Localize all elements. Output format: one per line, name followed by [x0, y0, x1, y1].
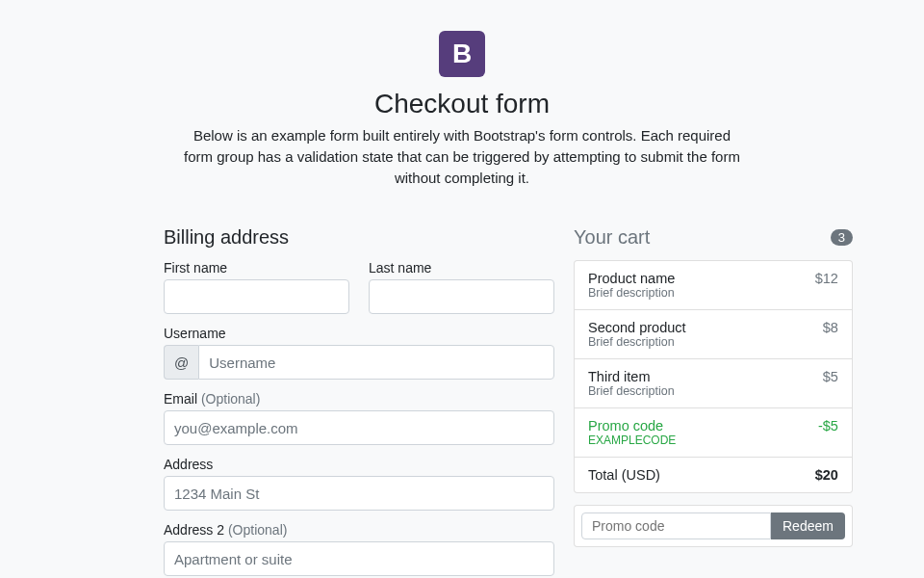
cart-item: Second product Brief description $8: [575, 310, 852, 359]
promo-form: Redeem: [574, 505, 853, 547]
cart-count-badge: 3: [831, 229, 853, 246]
promo-code-input[interactable]: [581, 512, 771, 539]
last-name-label: Last name: [369, 260, 554, 276]
bootstrap-logo: B: [439, 31, 485, 77]
page-title: Checkout form: [154, 89, 770, 119]
cart-total-label: Total (USD): [588, 467, 660, 483]
cart-item-name: Third item: [588, 369, 675, 384]
first-name-input[interactable]: [164, 279, 349, 314]
billing-section-title: Billing address: [164, 226, 554, 249]
cart-item: Product name Brief description $12: [575, 261, 852, 310]
last-name-input[interactable]: [369, 279, 554, 314]
cart-total-amount: $20: [815, 467, 838, 483]
cart-item-desc: Brief description: [588, 335, 686, 349]
cart-promo-amount: -$5: [818, 418, 838, 434]
cart-item-price: $5: [823, 369, 838, 384]
cart-promo: Promo code EXAMPLECODE -$5: [575, 408, 852, 458]
cart-item-desc: Brief description: [588, 384, 675, 398]
cart-item-desc: Brief description: [588, 286, 675, 300]
email-input[interactable]: [164, 410, 554, 445]
address2-input[interactable]: [164, 541, 554, 576]
cart-title: Your cart: [574, 226, 650, 249]
address-input[interactable]: [164, 476, 554, 511]
page-header: B Checkout form Below is an example form…: [154, 31, 770, 188]
address2-label: Address 2 (Optional): [164, 522, 554, 538]
cart-item: Third item Brief description $5: [575, 359, 852, 408]
redeem-button[interactable]: Redeem: [771, 512, 845, 539]
cart-list: Product name Brief description $12 Secon…: [574, 260, 853, 493]
cart-item-name: Product name: [588, 271, 675, 286]
first-name-label: First name: [164, 260, 349, 276]
username-label: Username: [164, 326, 554, 341]
username-input[interactable]: [198, 345, 554, 380]
cart-item-price: $12: [815, 271, 838, 286]
cart-item-name: Second product: [588, 320, 686, 335]
cart-item-price: $8: [823, 320, 838, 335]
email-label: Email (Optional): [164, 391, 554, 407]
username-prefix: @: [164, 345, 198, 380]
address-label: Address: [164, 457, 554, 472]
cart-total: Total (USD) $20: [575, 458, 852, 492]
cart-promo-name: Promo code: [588, 418, 676, 434]
cart-promo-code: EXAMPLECODE: [588, 434, 676, 447]
page-lead: Below is an example form built entirely …: [178, 125, 746, 188]
